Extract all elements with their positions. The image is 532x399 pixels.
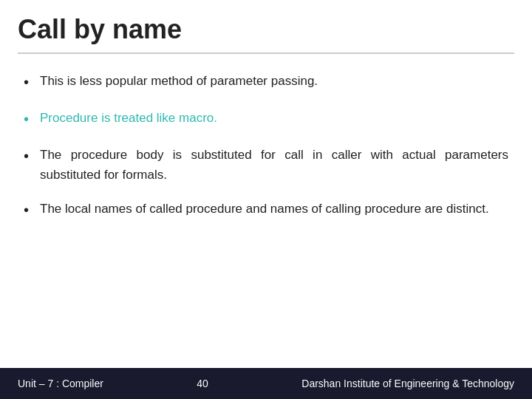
footer-institute-label: Darshan Institute of Engineering & Techn… [301,378,514,389]
slide-container: Call by name • This is less popular meth… [0,0,532,399]
bullet-dot-2: • [24,108,40,131]
list-item: • The local names of called procedure an… [24,200,508,222]
list-item: • Procedure is treated like macro. [24,109,508,131]
bullet-dot-1: • [24,71,40,94]
bullet-text-3: The procedure body is substituted for ca… [40,146,508,185]
bullet-text-2: Procedure is treated like macro. [40,109,508,128]
bullet-dot-3: • [24,145,40,168]
bullet-list: • This is less popular method of paramet… [24,72,508,222]
slide-title: Call by name [18,13,514,45]
bullet-dot-4: • [24,199,40,222]
footer-unit-label: Unit – 7 : Compiler [18,378,103,389]
list-item: • This is less popular method of paramet… [24,72,508,94]
header-section: Call by name [0,0,532,52]
bullet-text-4: The local names of called procedure and … [40,200,508,219]
bullet-text-1: This is less popular method of parameter… [40,72,508,91]
content-section: • This is less popular method of paramet… [0,54,532,368]
footer-page-number: 40 [197,378,208,389]
footer-section: Unit – 7 : Compiler 40 Darshan Institute… [0,368,532,399]
list-item: • The procedure body is substituted for … [24,146,508,185]
